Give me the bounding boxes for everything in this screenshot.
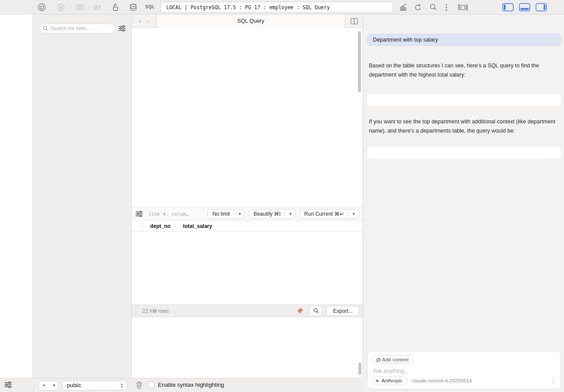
run-current-dropdown[interactable]: Run Current ⌘↵ ▼ (299, 209, 359, 219)
minimize-window-button[interactable] (22, 4, 28, 10)
window-layout-icon[interactable] (458, 3, 468, 12)
select-chevrons-icon: ▲▼ (120, 382, 126, 388)
beautify-dropdown[interactable]: Beautify ⌘I ▼ (249, 209, 296, 219)
toolbar-divider (70, 4, 70, 10)
assistant-reply-text: If you want to see the top department wi… (367, 117, 561, 136)
pin-icon[interactable] (295, 306, 305, 316)
forward-button[interactable]: › (147, 18, 149, 24)
editor-column: ‹ › SQL Query line 4, colum… No limit ▼ … (131, 14, 363, 378)
search-input[interactable]: Search for item... (39, 24, 115, 33)
assistant-input-card[interactable]: @ Add context Ask anything... ❋ Anthropi… (367, 351, 561, 389)
database-icon[interactable] (130, 3, 137, 12)
assistant-code-block (367, 94, 561, 105)
refresh-icon[interactable] (414, 3, 422, 12)
find-in-results-button[interactable] (309, 306, 322, 316)
add-context-chip[interactable]: @ Add context (372, 355, 413, 364)
provider-chip[interactable]: ❋ Anthropic (372, 376, 407, 385)
editor-tab[interactable]: SQL Query (156, 14, 345, 28)
object-tree (33, 33, 131, 38)
add-item-button[interactable]: + ▼ (39, 381, 59, 390)
chart-icon[interactable] (399, 3, 407, 12)
filter-icon[interactable] (118, 25, 126, 32)
sql-badge: SQL (145, 4, 155, 9)
disconnect-icon (57, 3, 65, 12)
results-tab-bar: 22 ms 0 rows Export... (132, 304, 363, 317)
zoom-window-button[interactable] (31, 4, 36, 10)
trash-icon[interactable] (136, 381, 143, 389)
search-placeholder: Search for item... (50, 25, 90, 32)
assistant-code-block (367, 147, 561, 158)
editor-scrollbar[interactable] (358, 31, 361, 92)
chevron-down-icon: ▼ (285, 212, 295, 216)
chevron-down-icon: ▼ (235, 212, 245, 216)
column-header-total-salary[interactable]: total_salary (175, 220, 215, 231)
model-name: claude-sonnet-4-20250514 (412, 378, 472, 383)
assistant-panel-tabs (364, 14, 564, 19)
editor-status-bar: line 4, colum… No limit ▼ Beautify ⌘I ▼ … (132, 207, 363, 220)
results-header: dept_no total_salary (132, 220, 363, 232)
cursor-position: line 4, colum… (148, 211, 204, 217)
sql-editor[interactable] (132, 28, 363, 207)
column-header-dept-no[interactable]: dept_no (143, 220, 175, 231)
search-icon (313, 308, 319, 314)
back-button[interactable]: ‹ (139, 18, 141, 24)
eye-icon (75, 3, 84, 12)
toggle-right-panel-button[interactable] (536, 3, 547, 11)
split-view-icon[interactable] (345, 18, 363, 24)
assistant-panel: Department with top salary Based on the … (364, 14, 564, 392)
connection-icon[interactable] (38, 3, 46, 12)
more-menu-icon[interactable] (445, 3, 447, 12)
bottom-bar: + ▼ public ▲▼ Enable syntax highlighting (0, 378, 363, 392)
message-scrollbar[interactable] (358, 363, 361, 375)
title-bar: SQL LOCAL | PostgreSQL 17.5 : PG 17 : em… (0, 0, 564, 14)
export-button[interactable]: Export... (326, 306, 359, 316)
log-list-icon (93, 3, 102, 12)
input-more-icon[interactable]: ⋮ (550, 378, 556, 384)
query-stats: 22 ms 0 rows (142, 308, 169, 314)
window-title: LOCAL | PostgreSQL 17.5 : PG 17 : employ… (161, 2, 393, 13)
editor-settings-icon[interactable] (135, 210, 143, 217)
sidebar-tabs (33, 14, 131, 19)
close-window-button[interactable] (13, 4, 19, 10)
enable-syntax-checkbox[interactable]: Enable syntax highlighting (148, 382, 224, 388)
search-icon (43, 26, 48, 31)
editor-tab-bar: ‹ › SQL Query (132, 14, 363, 28)
message-text (132, 317, 363, 319)
toolbar-divider (88, 4, 89, 10)
connection-dock (0, 14, 33, 378)
limit-dropdown[interactable]: No limit ▼ (207, 209, 245, 219)
checkbox[interactable] (148, 382, 154, 388)
row-count: 0 rows (154, 308, 169, 314)
chevron-down-icon: ▼ (349, 212, 359, 216)
provider-icon: ❋ (375, 378, 379, 383)
user-message-bubble: Department with top salary (367, 34, 561, 46)
sidebar-settings-icon[interactable] (4, 381, 12, 388)
message-panel[interactable] (132, 317, 363, 378)
lock-icon[interactable] (112, 3, 119, 12)
assistant-reply-text: Based on the table structures I can see,… (367, 61, 561, 80)
chevron-down-icon: ▼ (49, 383, 59, 388)
search-icon[interactable] (430, 3, 437, 12)
schema-select[interactable]: public ▲▼ (62, 381, 127, 390)
sidebar: Search for item... (33, 14, 131, 378)
ask-input-placeholder[interactable]: Ask anything... (373, 368, 409, 374)
results-grid[interactable]: dept_no total_salary (132, 220, 363, 304)
toggle-left-panel-button[interactable] (502, 3, 514, 11)
toggle-bottom-panel-button[interactable] (519, 3, 530, 11)
results-tabs (135, 306, 136, 316)
